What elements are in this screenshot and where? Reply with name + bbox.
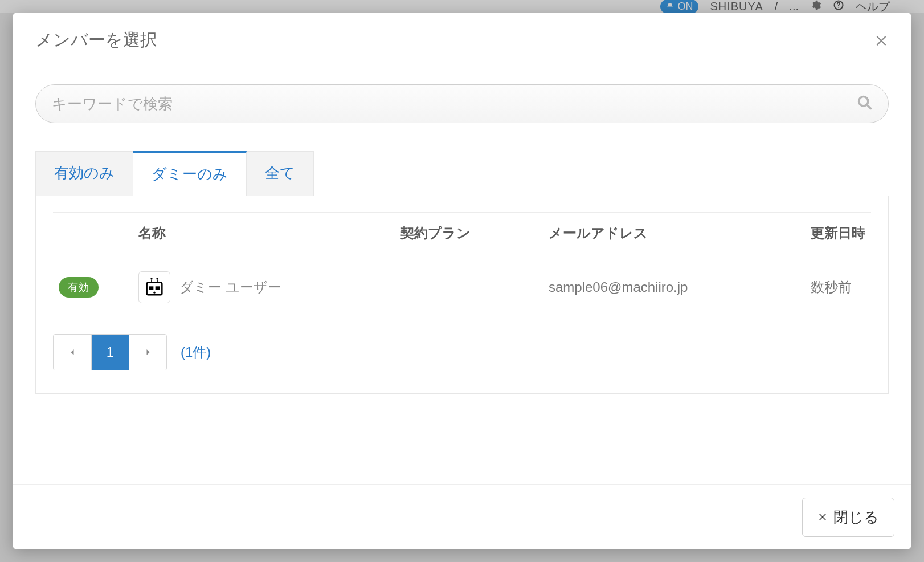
member-updated: 数秒前 [805,256,871,319]
member-plan [395,256,543,319]
pager: 1 [53,334,167,370]
svg-point-11 [153,292,155,294]
search-input[interactable] [35,84,889,123]
header-updated: 更新日時 [805,213,871,256]
tab-all[interactable]: 全て [247,151,314,196]
svg-point-5 [156,278,158,279]
pager-prev-button[interactable] [54,335,91,370]
modal-footer: 閉じる [13,484,911,549]
close-button-label: 閉じる [833,507,879,527]
status-badge: 有効 [59,277,99,298]
svg-rect-10 [156,286,160,290]
member-name: ダミー ユーザー [179,278,281,296]
header-email: メールアドレス [543,213,805,256]
close-icon[interactable] [874,30,889,51]
pagination: 1 (1件) [53,334,871,370]
header-status [53,213,133,256]
tab-valid-only[interactable]: 有効のみ [35,151,133,196]
search-icon[interactable] [857,95,873,113]
header-plan: 契約プラン [395,213,543,256]
modal-body: 有効のみ ダミーのみ 全て 名称 契約プラン メールアドレス 更新日時 [13,66,911,484]
svg-line-3 [867,105,871,109]
pager-page-label: 1 [107,344,114,360]
member-select-modal: メンバーを選択 有効のみ ダミーのみ 全て [13,13,911,549]
robot-avatar-icon [138,271,170,303]
count-label: (1件) [181,343,211,361]
member-email: sample06@machiiro.jp [543,256,805,319]
search-wrap [35,84,889,123]
close-x-icon [817,510,828,525]
tab-label: ダミーのみ [152,165,228,182]
modal-title: メンバーを選択 [35,28,157,52]
tab-label: 全て [265,164,295,181]
results-panel: 名称 契約プラン メールアドレス 更新日時 有効 [35,196,889,394]
name-cell: ダミー ユーザー [138,271,389,303]
tab-label: 有効のみ [54,164,115,181]
pager-next-button[interactable] [129,335,166,370]
tab-dummy-only[interactable]: ダミーのみ [133,151,247,196]
modal-header: メンバーを選択 [13,13,911,66]
filter-tabs: 有効のみ ダミーのみ 全て [35,150,889,196]
svg-rect-9 [149,286,154,290]
table-row[interactable]: 有効 [53,256,871,319]
close-button[interactable]: 閉じる [802,498,894,537]
svg-point-4 [150,278,152,279]
members-table: 名称 契約プラン メールアドレス 更新日時 有効 [53,212,871,318]
header-name: 名称 [133,213,395,256]
pager-page-current[interactable]: 1 [91,335,129,370]
